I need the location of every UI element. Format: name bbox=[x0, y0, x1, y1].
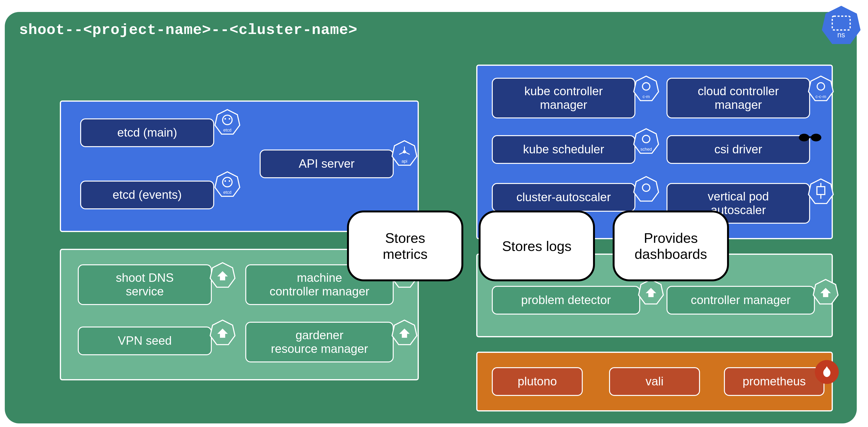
pill-kube-controller-manager: kube controller manager bbox=[492, 78, 636, 119]
namespace-container: shoot--<project-name>--<cluster-name> et… bbox=[5, 12, 857, 423]
pill-api-server: API server bbox=[260, 150, 394, 178]
pill-csi-driver: csi driver bbox=[666, 135, 810, 164]
pill-cluster-autoscaler: cluster-autoscaler bbox=[492, 183, 636, 212]
gardener-leaf-icon bbox=[391, 319, 417, 346]
pill-cloud-controller-manager: cloud controller manager bbox=[666, 78, 810, 119]
gardener-leaf-icon bbox=[638, 279, 664, 305]
gardener-leaf-icon bbox=[209, 262, 236, 288]
namespace-title: shoot--<project-name>--<cluster-name> bbox=[19, 22, 358, 38]
gardener-leaf-icon bbox=[812, 279, 839, 305]
bubble-stores-logs: Stores logs bbox=[478, 210, 595, 281]
prometheus-flame-icon bbox=[815, 360, 839, 384]
pill-prometheus: prometheus bbox=[724, 367, 825, 396]
svg-rect-16 bbox=[808, 136, 812, 138]
etcd-icon: etcd bbox=[214, 171, 241, 197]
svg-point-6 bbox=[229, 180, 230, 182]
panel-observability: plutono vali prometheus bbox=[476, 352, 833, 412]
gear-icon: c-m bbox=[633, 75, 659, 102]
pill-vali: vali bbox=[609, 367, 700, 396]
pill-vpn-seed: VPN seed bbox=[78, 327, 212, 355]
pill-plutono: plutono bbox=[492, 367, 583, 396]
svg-point-2 bbox=[224, 118, 226, 120]
gardener-leaf-icon bbox=[209, 319, 236, 346]
api-icon: api bbox=[391, 140, 417, 166]
pill-etcd-events: etcd (events) bbox=[80, 180, 214, 209]
gear-icon: c-c-m bbox=[808, 75, 834, 102]
namespace-badge-icon: ns bbox=[821, 5, 862, 45]
pill-gardener-resource-manager: gardener resource manager bbox=[245, 322, 394, 362]
ns-badge-label: ns bbox=[837, 31, 845, 39]
svg-point-5 bbox=[224, 180, 226, 182]
pill-problem-detector: problem detector bbox=[492, 286, 640, 315]
sunglasses-icon bbox=[798, 133, 822, 142]
sched-icon: sched bbox=[633, 128, 659, 154]
cube-icon bbox=[808, 178, 834, 204]
pill-kube-scheduler: kube scheduler bbox=[492, 135, 636, 164]
pill-controller-manager: controller manager bbox=[666, 286, 815, 315]
pill-shoot-dns-service: shoot DNS service bbox=[78, 264, 212, 305]
svg-point-3 bbox=[229, 118, 230, 120]
bubble-stores-metrics: Stores metrics bbox=[347, 210, 463, 281]
etcd-icon: etcd bbox=[214, 109, 241, 135]
gear-icon bbox=[633, 176, 659, 202]
pill-etcd-main: etcd (main) bbox=[80, 119, 214, 147]
bubble-provides-dashboards: Provides dashboards bbox=[613, 210, 729, 281]
